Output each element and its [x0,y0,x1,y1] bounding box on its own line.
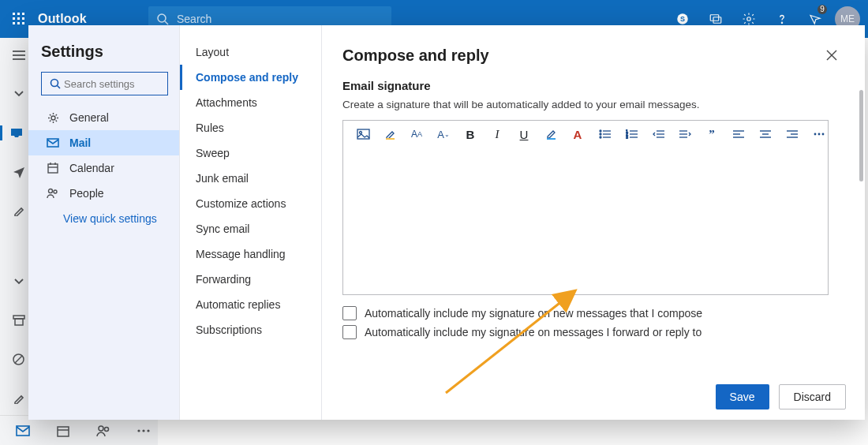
people-icon [46,188,60,199]
svg-point-48 [600,130,601,132]
checkbox-label: Automatically include my signature on me… [365,326,702,338]
view-quick-settings-link[interactable]: View quick settings [41,212,168,225]
mail-icon[interactable] [16,425,30,436]
subnav-compose-and-reply[interactable]: Compose and reply [180,65,321,90]
checkbox-label: Automatically include my signature on ne… [365,307,702,320]
svg-rect-46 [386,138,395,140]
svg-rect-3 [13,17,15,20]
checkbox-icon[interactable] [342,306,357,320]
svg-rect-2 [22,13,24,15]
subnav-attachments[interactable]: Attachments [180,90,321,115]
subnav-sweep[interactable]: Sweep [180,140,321,166]
nav-calendar[interactable]: Calendar [41,155,168,181]
calendar-icon [46,163,60,174]
checkbox-new-messages[interactable]: Automatically include my signature on ne… [342,306,844,320]
subnav-automatic-replies[interactable]: Automatic replies [180,292,321,317]
highlight-icon[interactable] [383,127,397,141]
save-button[interactable]: Save [716,384,769,409]
svg-line-33 [58,86,61,89]
svg-point-30 [142,429,144,432]
subnav-customize-actions[interactable]: Customize actions [180,191,321,216]
bullet-list-icon[interactable] [597,127,612,141]
subnav-junk-email[interactable]: Junk email [180,166,321,191]
nav-mail[interactable]: Mail [28,130,179,155]
svg-line-23 [15,356,22,363]
align-center-icon[interactable] [758,127,773,141]
svg-point-75 [814,133,817,136]
people-icon[interactable] [96,424,110,437]
close-button[interactable] [819,43,844,68]
nav-label: Calendar [69,162,114,174]
outdent-icon[interactable] [651,127,665,141]
svg-text:S: S [680,15,685,23]
search-icon [47,78,64,89]
discard-button[interactable]: Discard [779,384,846,409]
nav-general[interactable]: General [41,105,168,130]
svg-rect-1 [17,13,20,15]
nav-label: People [69,187,104,200]
text-highlight-color-icon[interactable] [544,127,558,141]
signature-editor[interactable]: AA A⌄ B I U A 123 ” [342,120,829,295]
more-icon[interactable] [137,429,150,432]
font-family-icon[interactable]: AA [410,127,424,141]
subnav-forwarding[interactable]: Forwarding [180,267,321,292]
svg-point-34 [51,116,55,120]
italic-icon[interactable]: I [490,127,504,141]
nav-label: General [69,111,109,124]
align-left-icon[interactable] [731,127,746,141]
app-title: Outlook [38,12,148,26]
nav-people[interactable]: People [41,181,168,206]
svg-rect-0 [13,13,15,15]
svg-point-40 [49,189,53,193]
bold-icon[interactable]: B [463,127,477,141]
scrollbar[interactable] [859,90,863,181]
section-heading: Email signature [342,79,844,92]
font-color-icon[interactable]: A [571,127,585,141]
insert-image-icon[interactable] [356,127,370,141]
svg-point-27 [99,426,103,431]
indent-icon[interactable] [678,127,692,141]
svg-point-29 [137,429,140,432]
subnav-sync-email[interactable]: Sync email [180,216,321,241]
font-size-icon[interactable]: A⌄ [436,127,451,141]
subnav-message-handling[interactable]: Message handling [180,241,321,267]
search-settings[interactable] [41,72,168,95]
svg-point-9 [158,14,166,22]
align-right-icon[interactable] [785,127,799,141]
settings-title: Settings [41,43,168,61]
quote-icon[interactable]: ” [705,127,719,141]
svg-rect-35 [47,139,58,147]
svg-rect-4 [17,17,20,20]
gear-icon [46,112,60,124]
search-settings-input[interactable] [64,78,159,90]
app-launcher-icon[interactable] [0,13,38,25]
svg-point-45 [359,132,361,134]
subnav-subscriptions[interactable]: Subscriptions [180,317,321,342]
svg-rect-6 [13,22,15,24]
svg-rect-25 [58,427,69,436]
svg-rect-8 [22,22,24,24]
editor-toolbar: AA A⌄ B I U A 123 ” [343,121,828,148]
svg-rect-5 [22,17,24,20]
svg-rect-14 [713,17,721,24]
svg-point-76 [818,133,821,136]
underline-icon[interactable]: U [517,127,531,141]
svg-rect-21 [15,319,23,325]
svg-rect-13 [710,15,719,21]
svg-point-32 [51,80,58,87]
section-description: Create a signature that will be automati… [342,99,844,110]
checkbox-forward-reply[interactable]: Automatically include my signature on me… [342,325,844,339]
subnav-layout[interactable]: Layout [180,39,321,65]
settings-subnav: Layout Compose and reply Attachments Rul… [180,25,322,420]
checkbox-icon[interactable] [342,325,357,339]
calendar-icon[interactable] [57,424,69,437]
svg-point-16 [781,22,782,23]
nav-label: Mail [69,136,91,149]
global-search-input[interactable] [177,13,366,25]
svg-point-15 [747,17,751,21]
svg-rect-36 [48,164,58,173]
subnav-rules[interactable]: Rules [180,115,321,140]
more-icon[interactable] [812,127,826,141]
settings-modal: Settings General Mail Calendar People Vi… [28,25,865,420]
number-list-icon[interactable]: 123 [624,127,638,141]
